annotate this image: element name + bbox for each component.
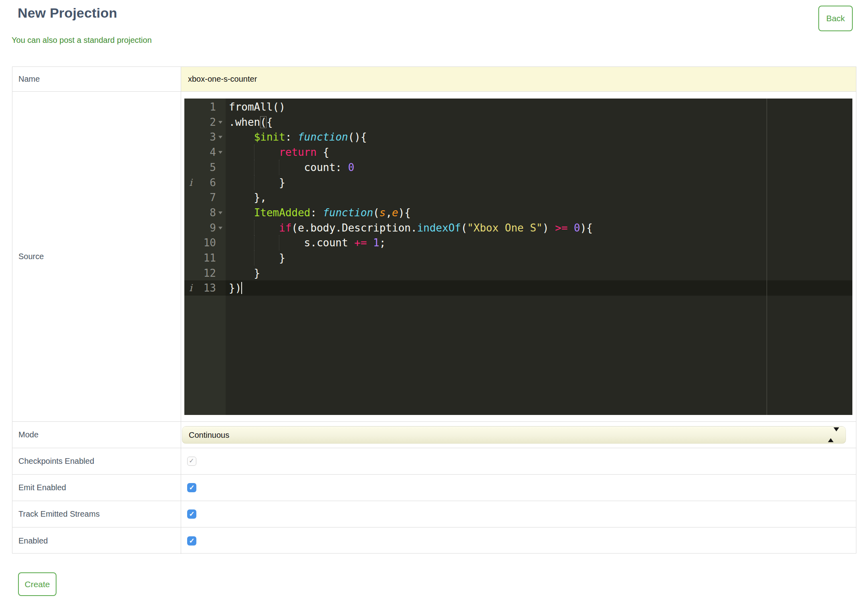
source-code-editor[interactable]: 12345i6789101112i13 fromAll().when({ $in… <box>184 99 852 415</box>
code-line: ItemAdded: function(s,e){ <box>229 205 411 220</box>
code-line: }, <box>229 190 266 205</box>
line-number: 6 <box>210 175 216 190</box>
gutter-cell: 11 <box>184 250 226 266</box>
track-value-cell <box>181 501 856 527</box>
fold-arrow-icon[interactable] <box>218 227 222 230</box>
emit-checkbox[interactable] <box>187 483 196 492</box>
checkpoints-checkbox <box>187 457 196 466</box>
checkpoints-label: Checkpoints Enabled <box>12 448 181 474</box>
gutter-cell: 7 <box>184 190 226 205</box>
checkpoints-row: Checkpoints Enabled <box>12 448 856 475</box>
fold-arrow-icon[interactable] <box>218 136 222 139</box>
source-row: Source 12345i6789101112i13 fromAll().whe… <box>12 92 856 422</box>
track-label: Track Emitted Streams <box>12 501 181 527</box>
gutter-cell: 1 <box>184 99 226 115</box>
indent-guide <box>254 160 254 175</box>
code-line: }) <box>229 280 241 296</box>
editor-gutter: 12345i6789101112i13 <box>184 99 226 415</box>
code-line: if(e.body.Description.indexOf("Xbox One … <box>229 220 593 236</box>
code-line: } <box>229 266 260 281</box>
gutter-cell: i6 <box>184 175 226 190</box>
indent-guide <box>254 220 254 236</box>
info-annotation-icon: i <box>189 280 192 296</box>
mode-selected-value: Continuous <box>182 431 229 440</box>
emit-label: Emit Enabled <box>12 475 181 501</box>
standard-projection-link[interactable]: You can also post a standard projection <box>12 36 152 45</box>
name-input[interactable] <box>181 67 856 91</box>
name-row: Name <box>12 67 856 92</box>
gutter-cell: 3 <box>184 129 226 145</box>
enabled-row: Enabled <box>12 527 856 554</box>
code-line: } <box>229 175 285 190</box>
line-number: 10 <box>204 235 216 250</box>
track-checkbox[interactable] <box>187 509 196 519</box>
line-number: 12 <box>204 266 216 281</box>
code-line: return { <box>229 145 329 160</box>
code-line: fromAll() <box>229 99 285 115</box>
mode-label: Mode <box>12 422 181 448</box>
line-number: 2 <box>210 115 216 130</box>
code-line: } <box>229 250 285 266</box>
indent-guide <box>279 160 279 175</box>
indent-guide <box>254 175 254 190</box>
fold-arrow-icon[interactable] <box>218 121 222 124</box>
mode-value-cell: Continuous <box>181 422 856 448</box>
line-number: 4 <box>210 145 216 160</box>
checkpoints-value-cell <box>181 448 856 474</box>
code-lines: fromAll().when({ $init: function(){ retu… <box>229 99 852 415</box>
name-value-cell <box>181 67 856 91</box>
fold-arrow-icon[interactable] <box>218 151 222 154</box>
enabled-value-cell <box>181 527 856 554</box>
gutter-cell: 5 <box>184 160 226 175</box>
text-cursor <box>241 282 242 294</box>
info-annotation-icon: i <box>189 175 192 190</box>
line-number: 13 <box>204 280 216 296</box>
indent-guide <box>254 250 254 266</box>
line-number: 11 <box>204 250 216 266</box>
page-title: New Projection <box>18 5 117 21</box>
line-number: 1 <box>210 99 216 115</box>
select-arrows-icon <box>828 431 839 439</box>
indent-guide <box>279 235 279 250</box>
gutter-cell: 10 <box>184 235 226 250</box>
line-number: 7 <box>210 190 216 205</box>
mode-select[interactable]: Continuous <box>182 426 846 444</box>
gutter-cell: 12 <box>184 266 226 281</box>
fold-arrow-icon[interactable] <box>218 211 222 214</box>
gutter-cell: 4 <box>184 145 226 160</box>
gutter-cell: i13 <box>184 280 226 296</box>
track-row: Track Emitted Streams <box>12 501 856 527</box>
enabled-checkbox[interactable] <box>187 536 196 546</box>
emit-value-cell <box>181 475 856 501</box>
name-label: Name <box>12 67 181 91</box>
code-line: count: 0 <box>229 160 354 175</box>
gutter-cell: 9 <box>184 220 226 236</box>
line-number: 5 <box>210 160 216 175</box>
code-line: s.count += 1; <box>229 235 386 250</box>
gutter-cell: 2 <box>184 115 226 130</box>
source-label: Source <box>12 92 181 421</box>
emit-row: Emit Enabled <box>12 475 856 501</box>
line-number: 3 <box>210 129 216 145</box>
mode-row: Mode Continuous <box>12 422 856 448</box>
gutter-cell: 8 <box>184 205 226 220</box>
line-number: 9 <box>210 220 216 236</box>
line-number: 8 <box>210 205 216 220</box>
enabled-label: Enabled <box>12 527 181 554</box>
indent-guide <box>254 235 254 250</box>
projection-form-table: Name Source 12345i6789101112i13 fromAll(… <box>12 66 856 554</box>
code-line: .when({ <box>229 115 273 130</box>
create-button[interactable]: Create <box>18 572 57 596</box>
source-value-cell: 12345i6789101112i13 fromAll().when({ $in… <box>181 92 856 421</box>
indent-guide <box>254 145 254 160</box>
code-line: $init: function(){ <box>229 129 367 145</box>
back-button[interactable]: Back <box>818 6 853 31</box>
